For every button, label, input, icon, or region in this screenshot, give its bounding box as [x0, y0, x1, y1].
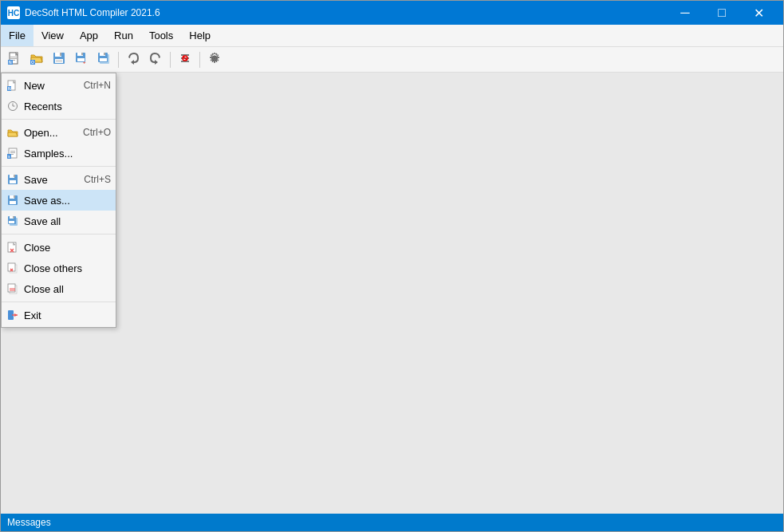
save-menu-icon	[6, 173, 19, 186]
svg-rect-45	[14, 175, 15, 177]
closeall-menu-icon	[6, 282, 19, 295]
open-label: Open...	[24, 127, 78, 139]
settings-icon	[208, 52, 221, 67]
redo-icon	[149, 52, 162, 67]
svg-rect-38	[10, 151, 15, 152]
new-label: New	[24, 80, 79, 92]
toolbar-separator-2	[170, 52, 171, 68]
save-icon	[53, 52, 65, 67]
undo-icon	[127, 52, 140, 67]
title-bar-left: HC DecSoft HTML Compiler 2021.6	[7, 6, 160, 19]
toolbar-breakpoint-button[interactable]	[175, 49, 195, 70]
toolbar-saveall-button[interactable]	[93, 49, 114, 70]
open-folder-icon: O	[30, 52, 43, 67]
closeothers-menu-icon	[6, 262, 19, 274]
svg-rect-39	[10, 152, 15, 153]
toolbar-separator-1	[118, 52, 119, 68]
breakpoint-icon	[179, 52, 191, 67]
close-button[interactable]: ✕	[740, 1, 777, 25]
menu-open[interactable]: Open... Ctrl+O	[2, 122, 116, 143]
menu-item-file[interactable]: File	[1, 25, 33, 46]
closeothers-label: Close others	[24, 262, 111, 274]
menu-recents[interactable]: Recents	[2, 96, 116, 116]
save-shortcut: Ctrl+S	[84, 174, 111, 185]
title-text: DecSoft HTML Compiler 2021.6	[25, 7, 160, 18]
toolbar: N O	[1, 47, 783, 73]
svg-rect-46	[10, 180, 16, 183]
open-icon	[6, 126, 19, 139]
saveas-menu-icon	[6, 194, 19, 207]
menu-item-run[interactable]: Run	[106, 25, 141, 46]
toolbar-new-button[interactable]: N	[4, 49, 25, 70]
menu-closeall[interactable]: Close all	[2, 278, 116, 299]
minimize-button[interactable]: ─	[667, 1, 703, 25]
toolbar-redo-button[interactable]	[145, 49, 166, 70]
saveas-label: Save as...	[24, 195, 111, 207]
svg-rect-22	[100, 58, 107, 61]
svg-rect-15	[81, 53, 83, 55]
recents-icon	[6, 100, 19, 112]
svg-rect-55	[9, 221, 14, 223]
menu-item-tools[interactable]: Tools	[141, 25, 181, 46]
save-all-icon	[97, 52, 110, 67]
new-shortcut: Ctrl+N	[84, 80, 111, 91]
separator-4	[2, 301, 116, 302]
maximize-button[interactable]: □	[703, 1, 740, 25]
title-controls: ─ □ ✕	[667, 1, 777, 25]
menu-saveall[interactable]: Save all	[2, 211, 116, 231]
close-menu-icon	[6, 241, 19, 254]
menu-save[interactable]: Save Ctrl+S	[2, 169, 116, 190]
svg-text:N: N	[9, 60, 12, 65]
svg-rect-10	[60, 53, 61, 56]
toolbar-separator-3	[199, 52, 200, 68]
saveall-label: Save all	[24, 215, 111, 227]
samples-label: Samples...	[24, 148, 111, 160]
svg-text:N: N	[8, 86, 11, 91]
app-icon: HC	[7, 6, 20, 19]
menu-item-view[interactable]: View	[33, 25, 72, 46]
toolbar-open-button[interactable]: O	[26, 49, 47, 70]
recents-label: Recents	[24, 100, 111, 112]
menu-exit[interactable]: Exit	[2, 305, 116, 325]
new-icon: N	[6, 79, 19, 92]
separator-1	[2, 119, 116, 120]
svg-rect-49	[14, 195, 15, 198]
svg-rect-21	[104, 53, 105, 55]
exit-label: Exit	[24, 309, 111, 321]
menu-new[interactable]: N New Ctrl+N	[2, 75, 116, 96]
close-label: Close	[24, 242, 111, 254]
svg-rect-2	[10, 58, 17, 59]
status-text: Messages	[7, 517, 51, 528]
menu-item-app[interactable]: App	[72, 25, 106, 46]
open-shortcut: Ctrl+O	[83, 127, 111, 138]
samples-icon: S	[6, 147, 19, 160]
toolbar-save-button[interactable]	[49, 49, 69, 70]
menu-samples[interactable]: S Samples...	[2, 143, 116, 164]
toolbar-settings-button[interactable]	[204, 49, 225, 70]
title-bar: HC DecSoft HTML Compiler 2021.6 ─ □ ✕	[1, 1, 783, 25]
saveall-menu-icon	[6, 215, 19, 227]
closeall-label: Close all	[24, 283, 111, 295]
file-dropdown-menu: N New Ctrl+N Recents	[1, 73, 116, 328]
svg-rect-1	[10, 57, 17, 57]
main-content: N New Ctrl+N Recents	[1, 73, 783, 514]
svg-text:O: O	[31, 60, 34, 65]
new-file-icon: N	[8, 52, 21, 67]
svg-rect-54	[13, 216, 14, 219]
save-as-icon: +	[75, 52, 88, 67]
menu-bar: File View App Run Tools Help	[1, 25, 783, 47]
svg-text:S: S	[8, 155, 10, 159]
menu-saveas[interactable]: Save as...	[2, 190, 116, 211]
separator-3	[2, 234, 116, 234]
save-label: Save	[24, 174, 79, 186]
menu-item-help[interactable]: Help	[181, 25, 219, 46]
status-bar: Messages	[1, 514, 783, 531]
toolbar-undo-button[interactable]	[123, 49, 144, 70]
menu-close[interactable]: Close	[2, 237, 116, 258]
toolbar-saveas-button[interactable]: +	[71, 49, 92, 70]
separator-2	[2, 166, 116, 167]
svg-text:+: +	[83, 60, 86, 65]
svg-rect-50	[10, 201, 16, 204]
exit-icon	[6, 309, 19, 321]
menu-closeothers[interactable]: Close others	[2, 258, 116, 278]
